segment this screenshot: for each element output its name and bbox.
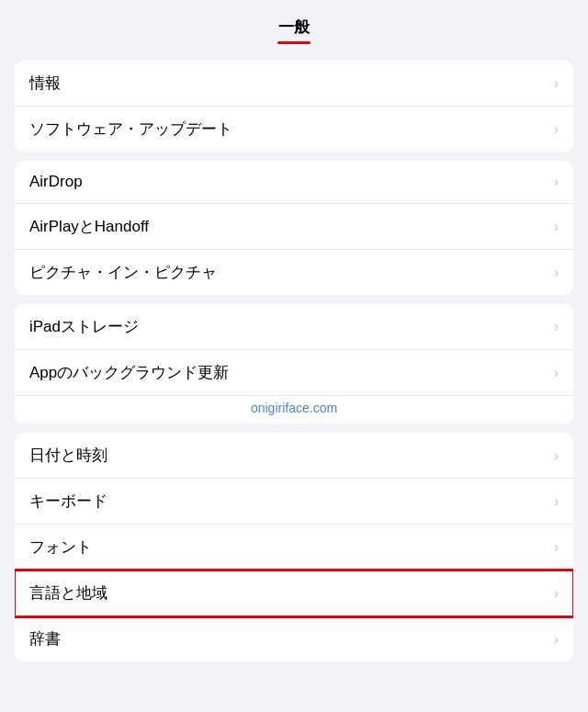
label-software-update: ソフトウェア・アップデート: [29, 119, 232, 140]
section-section3: iPadストレージ›Appのバックグラウンド更新›onigiriface.com: [15, 304, 573, 424]
chevron-icon: ›: [554, 219, 559, 235]
chevron-icon: ›: [554, 365, 559, 381]
section-section1: 情報›ソフトウェア・アップデート›: [15, 61, 573, 152]
row-ipad-storage[interactable]: iPadストレージ›: [15, 304, 573, 350]
label-date-time: 日付と時刻: [29, 445, 107, 466]
row-app-refresh[interactable]: Appのバックグラウンド更新›: [15, 350, 573, 396]
row-dictionary[interactable]: 辞書›: [15, 616, 573, 661]
row-picture-in-picture[interactable]: ピクチャ・イン・ピクチャ›: [15, 250, 573, 295]
chevron-icon: ›: [554, 265, 559, 281]
label-airdrop: AirDrop: [29, 173, 83, 191]
chevron-icon: ›: [554, 174, 559, 190]
chevron-icon: ›: [554, 319, 559, 335]
label-fonts: フォント: [29, 537, 92, 558]
watermark-text: onigiriface.com: [251, 401, 337, 415]
label-airplay-handoff: AirPlayとHandoff: [29, 216, 149, 237]
chevron-icon: ›: [554, 539, 559, 556]
row-jouhou[interactable]: 情報›: [15, 61, 573, 107]
row-fonts[interactable]: フォント›: [15, 525, 573, 571]
row-software-update[interactable]: ソフトウェア・アップデート›: [15, 107, 573, 152]
label-jouhou: 情報: [29, 73, 61, 94]
row-language-region[interactable]: 言語と地域›: [15, 571, 573, 616]
chevron-icon: ›: [554, 447, 559, 464]
chevron-icon: ›: [554, 585, 559, 602]
section-section4: 日付と時刻›キーボード›フォント›言語と地域›辞書›: [15, 433, 573, 661]
row-date-time[interactable]: 日付と時刻›: [15, 433, 573, 479]
chevron-icon: ›: [554, 75, 559, 92]
label-ipad-storage: iPadストレージ: [29, 316, 139, 337]
watermark: onigiriface.com: [15, 396, 573, 424]
chevron-icon: ›: [554, 121, 559, 138]
row-airdrop[interactable]: AirDrop›: [15, 161, 573, 204]
label-dictionary: 辞書: [29, 628, 61, 650]
row-keyboard[interactable]: キーボード›: [15, 479, 573, 525]
page-header: 一般: [0, 0, 588, 51]
chevron-icon: ›: [554, 493, 559, 510]
label-language-region: 言語と地域: [29, 582, 107, 604]
label-picture-in-picture: ピクチャ・イン・ピクチャ: [29, 262, 217, 283]
page-title: 一般: [0, 17, 588, 38]
label-app-refresh: Appのバックグラウンド更新: [29, 362, 229, 383]
label-keyboard: キーボード: [29, 491, 107, 512]
row-airplay-handoff[interactable]: AirPlayとHandoff›: [15, 204, 573, 250]
chevron-icon: ›: [554, 631, 559, 648]
title-underline: [277, 41, 311, 44]
section-section2: AirDrop›AirPlayとHandoff›ピクチャ・イン・ピクチャ›: [15, 161, 573, 295]
